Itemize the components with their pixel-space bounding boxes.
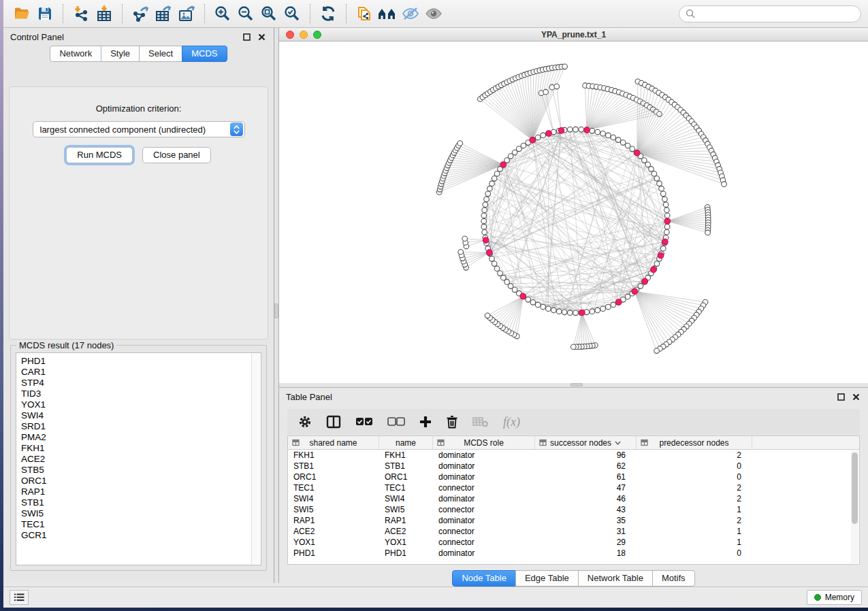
network-graph[interactable]: [279, 42, 868, 383]
import-table-icon[interactable]: [93, 3, 116, 24]
column-header-successor-nodes[interactable]: successor nodes: [535, 436, 637, 449]
add-column-icon[interactable]: [419, 416, 432, 428]
mcds-list-scrollbar[interactable]: [251, 354, 260, 564]
tab-mcds[interactable]: MCDS: [182, 46, 227, 62]
cell-shared_name[interactable]: PHD1: [288, 548, 379, 558]
cell-predecessors[interactable]: 0: [637, 548, 752, 558]
cell-role[interactable]: dominator: [433, 516, 535, 525]
cell-role[interactable]: dominator: [433, 548, 535, 558]
deselect-all-rows-icon[interactable]: [387, 417, 405, 427]
close-window-icon[interactable]: [286, 31, 294, 39]
mcds-result-item[interactable]: ORC1: [21, 476, 261, 486]
cell-name[interactable]: RAP1: [379, 516, 433, 525]
close-table-panel-icon[interactable]: [850, 391, 861, 402]
mcds-result-item[interactable]: PHD1: [21, 356, 261, 367]
cell-shared_name[interactable]: TEC1: [288, 483, 379, 493]
cell-name[interactable]: TEC1: [379, 483, 433, 493]
column-header-name[interactable]: name: [379, 436, 433, 449]
cell-name[interactable]: ORC1: [379, 472, 433, 482]
export-network-icon[interactable]: [129, 3, 152, 24]
cell-name[interactable]: SWI5: [379, 505, 433, 514]
cell-predecessors[interactable]: 1: [637, 505, 752, 514]
cell-predecessors[interactable]: 2: [637, 516, 752, 525]
network-canvas[interactable]: [279, 42, 868, 383]
mcds-result-item[interactable]: YOX1: [21, 399, 261, 410]
column-header-shared-name[interactable]: shared name: [288, 436, 379, 449]
tab-node-table[interactable]: Node Table: [452, 570, 516, 587]
cell-predecessors[interactable]: 2: [637, 450, 752, 460]
mcds-result-item[interactable]: STB1: [21, 497, 261, 508]
table-row[interactable]: SWI5SWI5connector431: [288, 504, 859, 515]
table-row[interactable]: ORC1ORC1dominator610: [288, 472, 859, 482]
search-input[interactable]: [696, 9, 854, 18]
table-row[interactable]: FKH1FKH1dominator962: [288, 450, 859, 461]
zoom-in-icon[interactable]: [211, 3, 234, 24]
cell-name[interactable]: SWI4: [379, 494, 433, 503]
copy-network-icon[interactable]: [353, 3, 376, 24]
table-row[interactable]: SWI4SWI4dominator462: [288, 493, 859, 504]
mcds-result-item[interactable]: SRD1: [21, 421, 261, 432]
run-mcds-button[interactable]: Run MCDS: [66, 147, 133, 163]
mcds-result-item[interactable]: ACE2: [21, 454, 261, 465]
cell-predecessors[interactable]: 2: [637, 483, 752, 493]
cell-shared_name[interactable]: SWI5: [288, 505, 379, 514]
tab-network[interactable]: Network: [50, 46, 101, 62]
cell-shared_name[interactable]: ACE2: [288, 527, 379, 536]
cell-successors[interactable]: 43: [535, 505, 637, 514]
table-row[interactable]: TEC1TEC1connector472: [288, 482, 859, 493]
zoom-out-icon[interactable]: [234, 3, 257, 24]
table-row[interactable]: ACE2ACE2connector311: [288, 526, 859, 537]
float-table-panel-icon[interactable]: [835, 391, 846, 402]
cell-predecessors[interactable]: 0: [637, 472, 752, 482]
export-image-icon[interactable]: [175, 3, 198, 24]
cell-role[interactable]: connector: [433, 483, 535, 493]
table-row[interactable]: PHD1PHD1dominator180: [288, 548, 859, 559]
table-row[interactable]: YOX1YOX1connector291: [288, 537, 859, 548]
memory-button[interactable]: Memory: [807, 590, 862, 605]
cell-role[interactable]: connector: [433, 527, 535, 536]
cell-role[interactable]: dominator: [433, 450, 535, 460]
cell-successors[interactable]: 46: [535, 494, 637, 503]
show-all-icon[interactable]: [422, 3, 445, 24]
cell-name[interactable]: STB1: [379, 461, 433, 471]
mcds-result-item[interactable]: TID3: [21, 389, 261, 399]
tab-motifs[interactable]: Motifs: [652, 570, 695, 587]
criterion-dropdown[interactable]: largest connected component (undirected): [33, 121, 245, 137]
zoom-fit-icon[interactable]: [257, 3, 280, 24]
table-scrollbar-thumb[interactable]: [852, 452, 858, 524]
save-session-icon[interactable]: [33, 3, 57, 24]
mcds-result-item[interactable]: SWI4: [21, 410, 261, 421]
cell-successors[interactable]: 35: [535, 516, 637, 525]
maximize-window-icon[interactable]: [313, 31, 321, 39]
cell-name[interactable]: YOX1: [379, 538, 433, 547]
cell-predecessors[interactable]: 1: [637, 527, 752, 536]
cell-shared_name[interactable]: YOX1: [288, 538, 379, 547]
cell-predecessors[interactable]: 2: [637, 494, 752, 503]
delete-column-icon[interactable]: [446, 415, 458, 429]
export-table-icon[interactable]: [152, 3, 175, 24]
mcds-result-item[interactable]: RAP1: [21, 486, 261, 497]
cell-role[interactable]: dominator: [433, 461, 535, 471]
cell-predecessors[interactable]: 1: [637, 538, 752, 547]
cell-name[interactable]: PHD1: [379, 548, 433, 558]
import-network-icon[interactable]: [69, 3, 93, 24]
mcds-result-item[interactable]: CAR1: [21, 367, 261, 378]
cell-successors[interactable]: 62: [535, 461, 637, 471]
select-all-rows-icon[interactable]: [355, 417, 373, 427]
search-networks-icon[interactable]: [376, 3, 399, 24]
horizontal-splitter-grip[interactable]: [570, 383, 583, 386]
table-row[interactable]: STB1STB1dominator620: [288, 461, 859, 472]
vertical-splitter[interactable]: [274, 28, 279, 583]
mcds-result-item[interactable]: GCR1: [21, 530, 261, 541]
show-columns-icon[interactable]: [326, 415, 341, 429]
cell-shared_name[interactable]: STB1: [288, 461, 379, 471]
mcds-result-item[interactable]: SWI5: [21, 508, 261, 519]
cell-shared_name[interactable]: SWI4: [288, 494, 379, 503]
cell-role[interactable]: connector: [433, 538, 535, 547]
cell-name[interactable]: ACE2: [379, 527, 433, 536]
cell-successors[interactable]: 18: [535, 548, 637, 558]
tab-select[interactable]: Select: [139, 46, 182, 62]
table-row[interactable]: RAP1RAP1dominator352: [288, 515, 859, 526]
refresh-layout-icon[interactable]: [317, 3, 340, 24]
hide-selected-icon[interactable]: [399, 3, 422, 24]
